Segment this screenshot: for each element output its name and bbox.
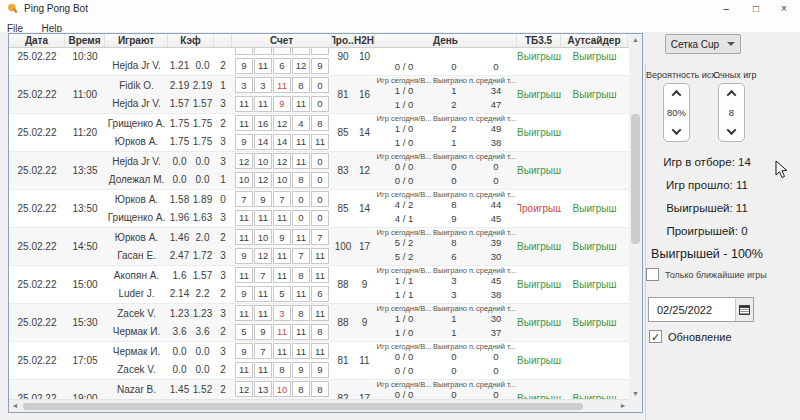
player2-coef-current: 0.0: [191, 361, 214, 380]
set-score: [311, 48, 329, 55]
header-score[interactable]: Счет: [232, 34, 332, 47]
day-subheader: Игр сегодня/В... Выиграно п... средний т…: [375, 76, 517, 85]
set-score: 7: [311, 229, 329, 245]
match-time: 15:30: [65, 304, 105, 341]
set-score: 11: [311, 248, 329, 264]
table-row[interactable]: 25.02.22 15:30 Zacek V. Чермак И. 1.23 3…: [9, 304, 629, 342]
match-time: 15:00: [65, 266, 105, 303]
player2-score-row: 9 11 5 11 6: [232, 285, 332, 304]
player1-day-stats: 1 / 0 1 34: [375, 85, 517, 99]
player2-coef-open: 1.75: [168, 133, 191, 152]
player1-coef-open: 0.0: [168, 152, 191, 171]
set-score: 10: [235, 172, 253, 188]
stat-played-games: Игр прошло: 11: [636, 174, 778, 197]
player1-name: Грищенко А.: [105, 114, 168, 133]
set-score: 12: [254, 248, 272, 264]
matches-table: Дата Время Играют Кэф Счет Про... H2H Де…: [8, 33, 643, 413]
header-tb35[interactable]: ТБ3.5: [517, 34, 561, 47]
set-score: [235, 48, 253, 55]
outsider-result: [561, 342, 628, 379]
set-score: 0: [311, 172, 329, 188]
match-pro-percent: 81: [332, 342, 354, 379]
set-score: 11: [292, 153, 310, 169]
set-score: 11: [292, 134, 310, 150]
set-score: 0: [311, 153, 329, 169]
nearest-games-checkbox[interactable]: [646, 268, 659, 281]
nearest-games-label: Только ближайшие игры: [665, 270, 767, 280]
outsider-result: [561, 152, 628, 189]
scroll-right-icon[interactable]: ►: [617, 400, 629, 412]
set-score: 12: [235, 153, 253, 169]
player2-score-row: 11 11 9 11 0: [232, 95, 332, 114]
table-row[interactable]: 25.02.22 11:20 Грищенко А. Юрков А. 1.75…: [9, 114, 629, 152]
scroll-left-icon[interactable]: ◄: [9, 400, 21, 412]
set-score: 10: [273, 172, 291, 188]
minimize-button[interactable]: –: [712, 0, 740, 18]
match-h2h: 11: [354, 342, 375, 379]
games-spinner[interactable]: 8: [718, 83, 745, 142]
close-button[interactable]: ×: [770, 0, 798, 18]
header-day[interactable]: День: [375, 34, 517, 47]
player1-sets-won: 0: [214, 190, 232, 209]
chevron-up-icon[interactable]: [672, 90, 682, 100]
set-score: 8: [292, 305, 310, 321]
window-title: Ping Pong Bot: [24, 3, 88, 14]
header-players[interactable]: Играют: [105, 34, 168, 47]
table-row[interactable]: 25.02.22 19:00 Nazar B. Kulymuch M. 1.45…: [9, 380, 629, 400]
set-score: 11: [254, 210, 272, 226]
table-row[interactable]: 25.02.22 15:00 Акопян А. Luder J. 1.6 2.…: [9, 266, 629, 304]
player1-sets-won: 1: [214, 76, 232, 95]
player1-name: Акопян А.: [105, 266, 168, 285]
player2-sets-won: 2: [214, 57, 232, 76]
table-row[interactable]: 25.02.22 14:50 Юрков А. Гасан Е. 1.46 2.…: [9, 228, 629, 266]
day-stats: Игр сегодня/В... Выиграно п... средний т…: [375, 380, 517, 400]
header-coef[interactable]: Кэф: [168, 34, 214, 47]
player2-coef-current: 0.0: [191, 171, 214, 190]
chevron-down-icon[interactable]: [727, 125, 737, 135]
player2-score-row: 9 14 14 11 11: [232, 133, 332, 152]
day-stats: Игр сегодня/В... Выиграно п... средний т…: [375, 48, 517, 75]
horizontal-scrollbar[interactable]: ◄ ►: [9, 399, 629, 412]
table-body: 25.02.22 10:30 Hejda Jr V. 1.21 0.0 2: [9, 48, 629, 400]
set-score: 12: [273, 153, 291, 169]
table-row[interactable]: 25.02.22 13:35 Hejda Jr V. Долежал М. 0.…: [9, 152, 629, 190]
header-time[interactable]: Время: [65, 34, 105, 47]
horizontal-scroll-thumb[interactable]: [23, 403, 583, 410]
header-outsider[interactable]: Аутсайдер: [561, 34, 628, 47]
player2-day-stats: 1 / 0 1 37: [375, 327, 517, 341]
header-pro[interactable]: Про...: [332, 34, 354, 47]
date-input[interactable]: 02/25/2022: [649, 298, 735, 321]
table-row[interactable]: 25.02.22 11:00 Fidik O. Hejda Jr V. 2.19…: [9, 76, 629, 114]
set-score: [292, 48, 310, 55]
header-date[interactable]: Дата: [9, 34, 65, 47]
table-row[interactable]: 25.02.22 10:30 Hejda Jr V. 1.21 0.0 2: [9, 48, 629, 76]
match-h2h: 17: [354, 228, 375, 265]
match-date: 25.02.22: [9, 76, 65, 113]
player2-name: Грищенко А.: [105, 209, 168, 228]
chevron-up-icon[interactable]: [727, 90, 737, 100]
set-score: 11: [292, 229, 310, 245]
scroll-up-icon[interactable]: ▲: [629, 34, 642, 46]
day-stats: Игр сегодня/В... Выиграно п... средний т…: [375, 342, 517, 379]
player2-score-row: 10 12 10 8 0: [232, 171, 332, 190]
player1-sets-won: 3: [214, 266, 232, 285]
header-h2h[interactable]: H2H: [354, 34, 375, 47]
preset-dropdown[interactable]: Сетка Cup: [665, 34, 741, 54]
table-row[interactable]: 25.02.22 17:05 Чермак И. Zacek V. 0.0 0.…: [9, 342, 629, 380]
day-subheader: Игр сегодня/В... Выиграно п... средний т…: [375, 152, 517, 161]
player2-day-stats: 0 / 0 0 0: [375, 175, 517, 189]
update-checkbox[interactable]: [649, 330, 662, 343]
maximize-button[interactable]: □: [742, 0, 770, 18]
player1-coef-open: 1.23: [168, 304, 191, 323]
header-sets[interactable]: [214, 34, 232, 47]
day-stats: Игр сегодня/В... Выиграно п... средний т…: [375, 228, 517, 265]
set-score: 0: [292, 210, 310, 226]
set-score: 11: [254, 96, 272, 112]
probability-spinner[interactable]: 80%: [663, 83, 690, 142]
player1-coef-current: 2.0: [191, 228, 214, 247]
table-row[interactable]: 25.02.22 13:50 Юрков А. Грищенко А. 1.58…: [9, 190, 629, 228]
tb35-result: Проигрыш: [517, 190, 561, 227]
day-subheader: Игр сегодня/В... Выиграно п... средний т…: [375, 342, 517, 351]
chevron-down-icon[interactable]: [672, 125, 682, 135]
date-dropdown-button[interactable]: [735, 298, 753, 321]
